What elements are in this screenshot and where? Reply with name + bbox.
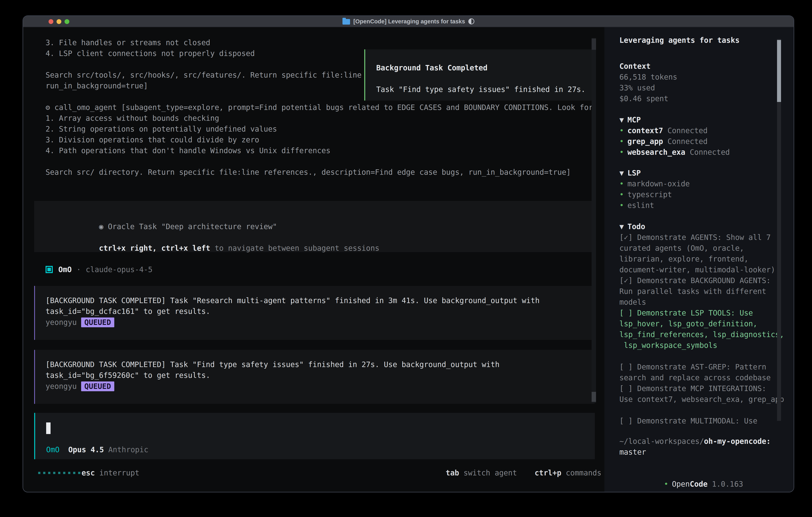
queued-status-badge: QUEUED xyxy=(81,318,114,327)
todo-item-line: [ ] Demonstrate MULTIMODAL: Use xyxy=(619,416,793,427)
status-left-group: esc interrupt xyxy=(82,468,140,479)
mcp-section-header[interactable]: ▼MCP xyxy=(619,114,793,125)
tool-call-line: 3. Division operations that could divide… xyxy=(46,135,593,145)
connected-bullet-icon: • xyxy=(619,137,624,146)
spinner-dot-icon xyxy=(38,472,40,474)
message-line-2: task_id="bg_dcfac161" to get results. xyxy=(46,307,210,316)
window-title: [OpenCode] Leveraging agents for tasks xyxy=(353,18,465,25)
sidebar-scrollbar[interactable] xyxy=(777,39,781,421)
todo-item: [ ] Demonstrate LSP TOOLS: Uselsp_hover,… xyxy=(619,308,793,351)
lsp-bullet-icon: • xyxy=(619,190,624,199)
agent-checkbox-icon xyxy=(46,266,53,273)
tab-key-hint[interactable]: tab xyxy=(446,469,459,477)
spinner-dot-icon xyxy=(53,472,55,474)
input-provider-label: Anthropic xyxy=(108,445,148,454)
todo-section-header[interactable]: ▼Todo xyxy=(619,221,793,232)
todo-item-line: Run parallel tasks with different xyxy=(619,286,793,297)
message-line-1: [BACKGROUND TASK COMPLETED] Task "Resear… xyxy=(46,296,540,305)
opencode-terminal-window: [OpenCode] Leveraging agents for tasks 3… xyxy=(23,16,794,492)
scrollback-line: Search src/tools/, src/hooks/, src/featu… xyxy=(46,70,361,81)
lsp-section-header[interactable]: ▼LSP xyxy=(619,168,793,179)
status-right-group: tab switch agent ctrl+p commands xyxy=(446,468,601,479)
status-bullet-icon: • xyxy=(664,480,668,488)
todo-item-line: [ ] Demonstrate MCP INTEGRATIONS: xyxy=(619,383,793,394)
scrollback-line xyxy=(46,59,361,70)
input-model-label: Opus 4.5 xyxy=(68,445,104,454)
main-scrollbar[interactable] xyxy=(591,38,596,403)
prompt-input[interactable]: OmO Opus 4.5 Anthropic xyxy=(34,413,595,459)
tool-call-header-line: ⚙ call_omo_agent [subagent_type=explore,… xyxy=(46,102,593,113)
todo-item-line: lsp_hover, lsp_goto_definition, xyxy=(619,319,793,329)
spinner-dot-icon xyxy=(43,472,46,474)
todo-item-line: librarian, explore, frontend, xyxy=(619,254,793,265)
todo-item-line: curated agents (OmO, oracle, xyxy=(619,243,793,254)
spinner-dots xyxy=(38,472,80,474)
chat-main-panel: 3. File handles or streams not closed4. … xyxy=(23,27,604,492)
oracle-hint-keys: ctrl+x right, ctrl+x left xyxy=(99,244,210,252)
message-line-2: task_id="bg_6f59260c" to get results. xyxy=(46,371,210,380)
mcp-server-status: Connected xyxy=(663,126,708,135)
todo-item-line: search and replace across codebase xyxy=(619,373,793,383)
todo-item-line: [✓] Demonstrate BACKGROUND AGENTS: xyxy=(619,275,793,286)
lsp-items: •markdown-oxide•typescript•eslint xyxy=(619,179,793,211)
connected-bullet-icon: • xyxy=(619,126,624,135)
workspace-path: ~/local-workspaces/oh-my-opencode: xyxy=(619,436,793,447)
lsp-server-name: typescript xyxy=(628,190,672,199)
agent-separator: · xyxy=(77,265,81,274)
todo-item-line: [✓] Demonstrate AGENTS: Show all 7 xyxy=(619,232,793,243)
terminal-content: 3. File handles or streams not closed4. … xyxy=(23,27,793,492)
todo-item-line: Use context7, websearch_exa, grep_app xyxy=(619,394,793,405)
spinner-dot-icon xyxy=(58,472,60,474)
tool-call-line: 1. Array access without bounds checking xyxy=(46,113,593,124)
todo-item: [ ] Demonstrate MCP INTEGRATIONS:Use con… xyxy=(619,383,793,405)
scrollback-line: 4. LSP client connections not properly d… xyxy=(46,48,361,59)
background-task-message-2: [BACKGROUND TASK COMPLETED] Task "Find t… xyxy=(34,350,594,404)
todo-item-line: models xyxy=(619,297,793,308)
tool-call-line: 4. Path operations that don't handle Win… xyxy=(46,145,593,156)
context-heading: Context xyxy=(619,61,793,72)
agent-model: claude-opus-4-5 xyxy=(86,265,152,274)
background-task-notification: Background Task Completed Task "Find typ… xyxy=(364,49,594,101)
tool-call-line: Search src/ directory. Return specific f… xyxy=(46,167,593,178)
spinner-dot-icon xyxy=(48,472,50,474)
scrollback-line: 3. File handles or streams not closed xyxy=(46,37,361,48)
todo-item: [ ] Demonstrate MULTIMODAL: Use xyxy=(619,416,793,427)
todo-items: [✓] Demonstrate AGENTS: Show all 7curate… xyxy=(619,232,793,427)
text-cursor xyxy=(46,423,51,434)
spinner-dot-icon xyxy=(78,472,80,474)
agent-session-header[interactable]: OmO · claude-opus-4-5 xyxy=(46,264,152,275)
main-scrollbar-thumb-top[interactable] xyxy=(591,38,596,50)
queued-status-badge: QUEUED xyxy=(81,381,114,391)
todo-item: [✓] Demonstrate BACKGROUND AGENTS:Run pa… xyxy=(619,275,793,308)
session-sidebar: Leveraging agents for tasks Context 66,5… xyxy=(604,27,793,492)
context-spent: $0.46 spent xyxy=(619,93,793,104)
gear-icon: ⚙ xyxy=(46,103,55,112)
spinner-dot-icon xyxy=(63,472,65,474)
mcp-server-status: Connected xyxy=(685,148,730,157)
collapse-triangle-icon[interactable]: ▼ xyxy=(619,169,624,177)
window-title-group: [OpenCode] Leveraging agents for tasks xyxy=(23,16,793,27)
todo-item: [✓] Demonstrate AGENTS: Show all 7curate… xyxy=(619,232,793,275)
main-scrollbar-thumb-bottom[interactable] xyxy=(591,392,596,402)
connected-bullet-icon: • xyxy=(619,148,624,157)
esc-key-hint[interactable]: esc xyxy=(82,469,95,477)
mcp-server-name: context7 xyxy=(628,126,663,135)
collapse-triangle-icon[interactable]: ▼ xyxy=(619,222,624,231)
folder-icon xyxy=(343,19,350,25)
collapse-triangle-icon[interactable]: ▼ xyxy=(619,115,624,124)
notification-title: Background Task Completed xyxy=(376,62,488,73)
tab-key-label: switch agent xyxy=(464,469,517,477)
ctrlp-key-hint[interactable]: ctrl+p xyxy=(535,469,561,477)
agent-name: OmO xyxy=(58,265,72,274)
sidebar-scrollbar-thumb[interactable] xyxy=(777,40,781,102)
window-titlebar[interactable]: [OpenCode] Leveraging agents for tasks xyxy=(23,16,793,27)
lsp-server-name: eslint xyxy=(628,201,654,210)
notification-body: Task "Find type safety issues" finished … xyxy=(376,84,585,95)
todo-item-line: lsp_find_references, lsp_diagnostics, xyxy=(619,329,793,340)
todo-item: [ ] Demonstrate AST-GREP: Patternsearch … xyxy=(619,362,793,383)
message-meta-row: yeongyu QUEUED xyxy=(46,318,114,327)
mcp-server-row: •context7 Connected xyxy=(619,125,793,136)
scrollback-text: 3. File handles or streams not closed4. … xyxy=(46,37,361,91)
message-meta-row: yeongyu QUEUED xyxy=(46,381,114,391)
lsp-bullet-icon: • xyxy=(619,180,624,188)
